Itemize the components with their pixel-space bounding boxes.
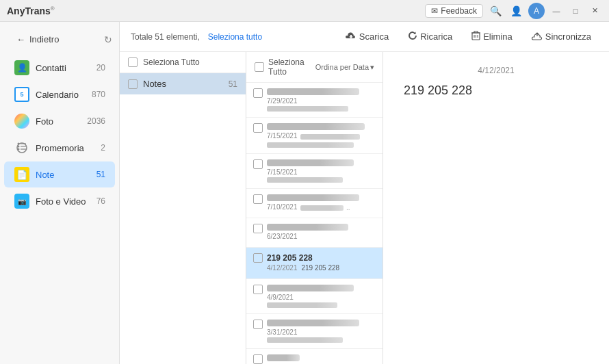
note-content: 7/29/2021 — [267, 88, 376, 112]
note-date: 7/15/2021 — [267, 132, 298, 140]
note-item[interactable]: 4/9/2021 — [246, 279, 383, 314]
minimize-button[interactable]: — — [549, 3, 564, 18]
app-title: AnyTrans® — [7, 5, 55, 16]
note-date: 7/29/2021 — [267, 97, 376, 105]
select-all-link[interactable]: Seleziona tutto — [208, 32, 262, 42]
note-title-text: 219 205 228 — [267, 253, 376, 263]
trash-icon — [471, 30, 480, 43]
back-button[interactable]: ← Indietro — [7, 30, 68, 49]
sidebar-item-contatti[interactable]: 👤 Contatti 20 — [4, 55, 115, 81]
sync-button[interactable]: Sincronizza — [525, 28, 598, 46]
note-item[interactable]: 7/15/2021 — [246, 118, 383, 154]
folder-name: Notes — [143, 79, 223, 89]
note-detail-date: 4/12/2021 — [404, 66, 588, 75]
avatar-icon-btn[interactable]: A — [528, 3, 545, 19]
svg-point-2 — [18, 148, 20, 151]
note-detail-content: 219 205 228 — [404, 83, 588, 98]
note-item[interactable]: 3/31/2021 — [246, 314, 383, 349]
reload-icon — [408, 31, 417, 43]
note-checkbox[interactable] — [253, 123, 263, 133]
note-item-active[interactable]: 219 205 228 4/12/2021 219 205 228 — [246, 248, 383, 279]
note-checkbox[interactable] — [253, 88, 263, 98]
reload-button[interactable]: Ricarica — [401, 28, 459, 46]
folder-checkbox[interactable] — [128, 79, 138, 89]
note-content: 7/15/2021 — [267, 123, 376, 148]
note-checkbox[interactable] — [253, 253, 263, 263]
delete-button[interactable]: Elimina — [465, 27, 519, 46]
folders-list: Notes 51 — [120, 73, 246, 364]
note-date: 7/10/2021 — [267, 203, 298, 211]
note-content: 4/9/2021 — [267, 285, 376, 308]
folders-select-all-checkbox[interactable] — [128, 57, 138, 67]
sidebar-item-promemoria[interactable]: Promemoria 2 — [4, 135, 115, 161]
sidebar-items: 👤 Contatti 20 5 Calendario 870 Foto 2036 — [0, 54, 119, 359]
main-toolbar: Totale 51 elementi, Seleziona tutto Scar… — [120, 22, 609, 52]
sync-cloud-icon — [532, 31, 543, 43]
maximize-button[interactable]: □ — [568, 3, 583, 18]
folder-count: 51 — [229, 79, 237, 89]
note-content: 3/30/2021 C42 — [267, 354, 376, 364]
back-arrow-icon: ← — [16, 34, 25, 44]
refresh-icon[interactable]: ↻ — [104, 34, 112, 45]
note-content: 7/15/2021 — [267, 159, 376, 183]
notes-header: Seleziona Tutto Ordina per Data ▾ — [246, 52, 383, 83]
note-checkbox[interactable] — [253, 320, 263, 329]
photos-video-icon: 📷 — [14, 193, 30, 209]
mail-icon: ✉ — [431, 6, 438, 16]
svg-point-3 — [18, 143, 20, 145]
sidebar-item-calendario[interactable]: 5 Calendario 870 — [4, 81, 115, 107]
photos-icon — [14, 113, 30, 129]
note-checkbox[interactable] — [253, 354, 263, 364]
note-content: 6/23/2021 — [267, 224, 376, 242]
sidebar: ← Indietro ↻ 👤 Contatti 20 5 Calendario … — [0, 22, 120, 364]
svg-point-1 — [18, 146, 20, 148]
titlebar-right: ✉ Feedback 🔍 👤 A — □ ✕ — [425, 3, 602, 19]
download-button[interactable]: Scarica — [339, 28, 396, 46]
notes-select-all-checkbox[interactable] — [255, 62, 264, 72]
folders-select-all-label: Seleziona Tutto — [143, 57, 237, 67]
cloud-download-icon — [346, 31, 357, 43]
note-date: 7/15/2021 — [267, 168, 376, 176]
sidebar-item-note[interactable]: 📄 Note 51 — [4, 161, 115, 187]
main-layout: ← Indietro ↻ 👤 Contatti 20 5 Calendario … — [0, 22, 609, 364]
notes-list: 7/29/2021 7/15/2021 — [246, 83, 383, 364]
reminders-icon — [14, 140, 30, 156]
note-item[interactable]: 7/29/2021 — [246, 83, 383, 118]
search-icon-btn[interactable]: 🔍 — [487, 3, 504, 19]
notes-panel: Seleziona Tutto Ordina per Data ▾ 7/29/2… — [246, 52, 383, 364]
folders-panel: Seleziona Tutto Notes 51 ⊕ Nuova Cartell… — [120, 52, 246, 364]
note-date: 4/9/2021 — [267, 294, 376, 301]
folder-item-notes[interactable]: Notes 51 — [120, 73, 246, 94]
titlebar: AnyTrans® ✉ Feedback 🔍 👤 A — □ ✕ — [0, 0, 609, 22]
folders-header: Seleziona Tutto — [120, 52, 246, 73]
note-item[interactable]: 3/30/2021 C42 — [246, 349, 383, 364]
note-content: 7/10/2021 .. — [267, 194, 376, 212]
note-date: 4/12/2021 — [267, 264, 298, 272]
feedback-button[interactable]: ✉ Feedback — [425, 4, 483, 18]
notes-select-all-label: Seleziona Tutto — [268, 57, 311, 77]
note-item[interactable]: 7/15/2021 — [246, 154, 383, 189]
note-date: 6/23/2021 — [267, 233, 376, 240]
sidebar-item-foto-e-video[interactable]: 📷 Foto e Video 76 — [4, 188, 115, 214]
note-checkbox[interactable] — [253, 159, 263, 169]
content-area: Seleziona Tutto Notes 51 ⊕ Nuova Cartell… — [120, 52, 609, 364]
note-detail-panel: 4/12/2021 219 205 228 — [383, 52, 609, 364]
sort-button[interactable]: Ordina per Data ▾ — [315, 63, 374, 72]
titlebar-left: AnyTrans® — [7, 5, 55, 16]
right-panel: Totale 51 elementi, Seleziona tutto Scar… — [120, 22, 609, 364]
note-item[interactable]: 6/23/2021 — [246, 218, 383, 248]
total-count-text: Totale 51 elementi, — [131, 32, 200, 42]
note-content: 3/31/2021 — [267, 320, 376, 343]
notes-icon: 📄 — [14, 166, 30, 183]
profile-icon-btn[interactable]: 👤 — [508, 3, 524, 19]
sidebar-item-foto[interactable]: Foto 2036 — [4, 108, 115, 134]
chevron-down-icon: ▾ — [370, 63, 374, 72]
note-checkbox[interactable] — [253, 194, 263, 204]
close-button[interactable]: ✕ — [587, 3, 602, 18]
calendar-icon: 5 — [14, 86, 30, 103]
note-item[interactable]: 7/10/2021 .. — [246, 189, 383, 218]
contacts-icon: 👤 — [14, 60, 30, 76]
note-checkbox[interactable] — [253, 285, 263, 294]
note-date: 3/31/2021 — [267, 328, 376, 336]
note-checkbox[interactable] — [253, 224, 263, 233]
